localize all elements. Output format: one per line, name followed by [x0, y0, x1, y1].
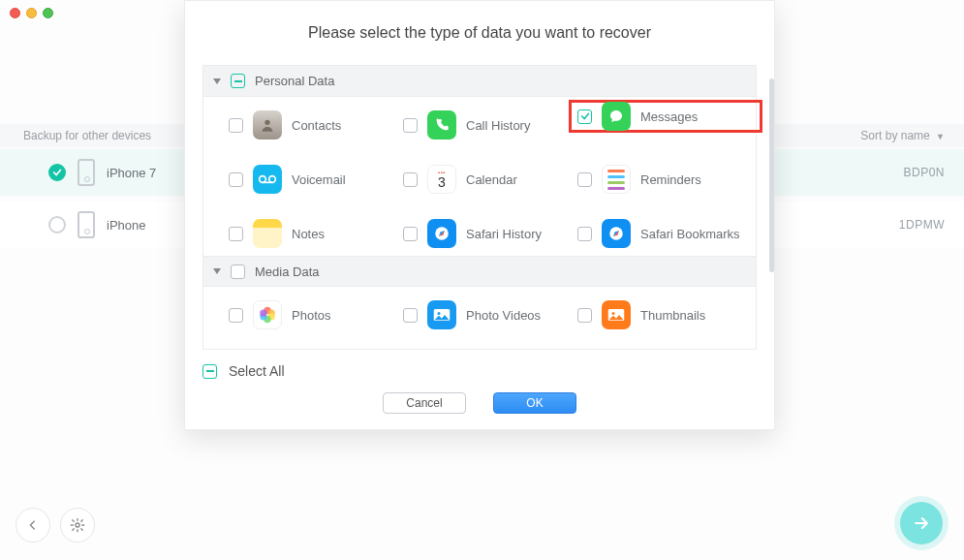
item-label: Calendar — [466, 172, 517, 187]
collapse-icon — [213, 268, 221, 274]
data-item-call-history[interactable]: Call History — [403, 109, 577, 141]
notes-icon — [253, 219, 282, 248]
data-item-notes[interactable]: Notes — [229, 217, 403, 250]
item-label: Call History — [466, 118, 530, 133]
select-all-checkbox[interactable] — [202, 364, 217, 379]
data-item-voicemail[interactable]: Voicemail — [229, 163, 403, 196]
safari-bookmarks-icon — [602, 219, 631, 248]
device-id: 1DPMW — [899, 218, 945, 232]
sort-dropdown[interactable]: Sort by name ▼ — [860, 129, 945, 142]
item-checkbox-checked[interactable] — [577, 109, 592, 124]
item-label: Contacts — [292, 118, 341, 133]
item-checkbox[interactable] — [403, 308, 418, 323]
gear-icon — [70, 517, 85, 533]
ok-button[interactable]: OK — [493, 392, 576, 414]
minimize-icon[interactable] — [26, 8, 37, 18]
close-icon[interactable] — [10, 8, 20, 18]
item-label: Thumbnails — [640, 308, 705, 323]
item-checkbox[interactable] — [403, 118, 418, 133]
item-checkbox[interactable] — [229, 118, 243, 133]
item-label: Reminders — [640, 172, 701, 187]
photo-videos-icon — [427, 300, 456, 329]
select-all-label: Select All — [229, 363, 285, 379]
data-item-photos[interactable]: Photos — [229, 298, 403, 331]
device-radio-selected[interactable] — [48, 164, 66, 181]
category-checkbox[interactable] — [231, 264, 245, 279]
phone-icon — [78, 211, 95, 238]
category-list: Personal Data Contacts Call History — [202, 65, 757, 350]
item-label: Safari History — [466, 227, 542, 241]
svg-point-14 — [438, 312, 441, 315]
device-name: iPhone 7 — [107, 166, 156, 180]
footer-controls — [16, 508, 95, 543]
voicemail-icon — [253, 165, 282, 194]
data-item-safari-history[interactable]: Safari History — [403, 217, 577, 250]
device-radio[interactable] — [48, 216, 66, 233]
thumbnails-icon — [602, 300, 631, 329]
media-data-grid: Photos Photo Videos Thumbnails — [203, 287, 756, 349]
device-id: BDP0N — [903, 166, 945, 179]
category-name: Media Data — [255, 264, 319, 279]
personal-data-grid: Contacts Call History Messages — [203, 97, 756, 256]
category-name: Personal Data — [255, 74, 334, 88]
data-item-safari-bookmarks[interactable]: Safari Bookmarks — [577, 217, 752, 250]
modal-title: Please select the type of data you want … — [185, 1, 774, 65]
chevron-down-icon: ▼ — [936, 132, 945, 141]
category-checkbox[interactable] — [231, 74, 245, 88]
item-label: Notes — [292, 227, 325, 241]
data-item-messages[interactable]: Messages — [569, 100, 762, 133]
item-checkbox[interactable] — [229, 227, 243, 241]
item-checkbox[interactable] — [577, 227, 592, 241]
messages-icon — [602, 102, 631, 131]
data-item-reminders[interactable]: Reminders — [577, 163, 752, 196]
settings-button[interactable] — [60, 508, 95, 543]
data-item-calendar[interactable]: ••• 3 Calendar — [403, 163, 577, 196]
svg-point-3 — [269, 176, 276, 183]
item-checkbox[interactable] — [403, 227, 418, 241]
forward-arrow-icon — [912, 513, 931, 533]
maximize-icon[interactable] — [43, 8, 53, 18]
scrollbar-thumb[interactable] — [769, 78, 774, 272]
item-label: Photos — [292, 308, 330, 323]
svg-point-16 — [612, 312, 615, 315]
item-label: Messages — [640, 109, 698, 124]
cancel-button[interactable]: Cancel — [383, 392, 466, 414]
data-type-modal: Please select the type of data you want … — [184, 0, 775, 430]
item-checkbox[interactable] — [403, 172, 418, 187]
category-header-personal[interactable]: Personal Data — [203, 66, 756, 97]
item-checkbox[interactable] — [229, 308, 243, 323]
back-button[interactable] — [16, 508, 50, 543]
svg-point-12 — [260, 310, 266, 317]
collapse-icon — [213, 78, 221, 84]
backup-label: Backup for other devices — [23, 129, 151, 142]
svg-point-0 — [76, 523, 79, 527]
item-label: Photo Videos — [466, 308, 541, 323]
category-header-media[interactable]: Media Data — [203, 256, 756, 287]
data-item-contacts[interactable]: Contacts — [229, 109, 403, 141]
call-history-icon — [427, 110, 456, 140]
svg-point-1 — [264, 120, 269, 125]
phone-icon — [78, 159, 95, 186]
svg-point-2 — [260, 176, 266, 183]
window-traffic-lights — [10, 8, 53, 18]
item-checkbox[interactable] — [577, 172, 592, 187]
modal-scrollbar[interactable] — [772, 78, 774, 371]
item-label: Voicemail — [292, 172, 346, 187]
reminders-icon — [602, 165, 631, 194]
contacts-icon — [253, 110, 282, 140]
data-item-photo-videos[interactable]: Photo Videos — [403, 298, 577, 331]
device-name: iPhone — [107, 218, 145, 233]
photos-icon — [253, 300, 282, 329]
item-label: Safari Bookmarks — [640, 227, 740, 241]
item-checkbox[interactable] — [577, 308, 592, 323]
item-checkbox[interactable] — [229, 172, 243, 187]
select-all-row[interactable]: Select All — [185, 350, 774, 387]
data-item-thumbnails[interactable]: Thumbnails — [577, 298, 752, 331]
next-button[interactable] — [900, 502, 943, 544]
calendar-icon: ••• 3 — [427, 165, 456, 194]
modal-button-row: Cancel OK — [185, 387, 774, 429]
safari-history-icon — [427, 219, 456, 248]
